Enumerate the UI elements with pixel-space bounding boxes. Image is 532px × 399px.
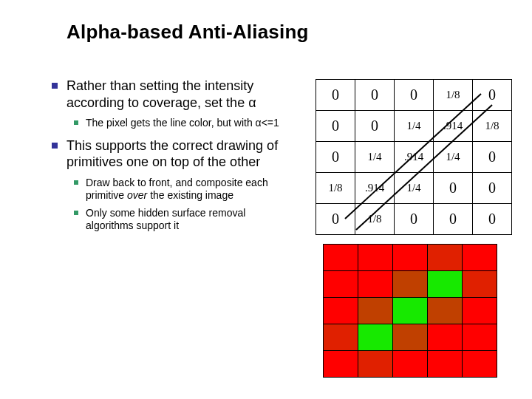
color-cell [393, 324, 428, 351]
grid-cell: 0 [316, 80, 355, 111]
grid-cell: 1/8 [355, 204, 395, 235]
grid-cell: 0 [473, 80, 512, 111]
color-cell [358, 351, 393, 378]
bullet-2-sub-1: Draw back to front, and composite each p… [74, 177, 292, 202]
color-cell [428, 351, 463, 378]
table-row: 0 1/4 .914 1/4 0 [316, 142, 512, 173]
color-cell [393, 271, 428, 298]
bullet-1-sub-1-text: The pixel gets the line color, but with … [86, 117, 292, 130]
bullet-1-sub-1: The pixel gets the line color, but with … [74, 117, 292, 130]
grid-cell: 0 [473, 173, 512, 204]
grid-cell: 0 [434, 173, 473, 204]
grid-cell: 1/4 [434, 142, 473, 173]
bullet-2-sub: Draw back to front, and composite each p… [74, 177, 292, 233]
color-cell [428, 298, 463, 324]
bullet-1: Rather than setting the intensity accord… [52, 78, 292, 111]
text-c: the existing image [147, 189, 233, 201]
grid-cell: 0 [316, 111, 355, 142]
square-bullet-icon [52, 137, 66, 171]
table-row [324, 245, 497, 271]
square-bullet-icon [52, 78, 66, 111]
grid-cell: 0 [473, 204, 512, 235]
table-row [324, 324, 497, 351]
grid-cell: .914 [395, 142, 434, 173]
square-bullet-icon [74, 117, 86, 130]
color-cell [463, 351, 497, 378]
grid-cell: 0 [434, 204, 473, 235]
color-cell [324, 324, 358, 351]
slide-title: Alpha-based Anti-Aliasing [66, 21, 309, 44]
grid-cell: 1/8 [434, 80, 473, 111]
table-row: 0 0 1/4 .914 1/8 [316, 111, 512, 142]
color-cell [463, 324, 497, 351]
color-cell [463, 298, 497, 324]
grid-cell: 1/4 [355, 142, 395, 173]
grid-cell: 0 [355, 111, 395, 142]
bullet-1-text: Rather than setting the intensity accord… [66, 78, 292, 111]
color-cell [324, 271, 358, 298]
color-cell [324, 298, 358, 324]
grid-cell: 0 [473, 142, 512, 173]
color-cell [358, 324, 393, 351]
grid-cell: 1/8 [316, 173, 355, 204]
table-row [324, 351, 497, 378]
color-cell [358, 298, 393, 324]
color-cell [428, 245, 463, 271]
grid-cell: 1/4 [395, 111, 434, 142]
slide-body: Rather than setting the intensity accord… [52, 78, 292, 240]
grid-cell: .914 [355, 173, 395, 204]
grid-cell: 1/8 [473, 111, 512, 142]
color-cell [393, 298, 428, 324]
square-bullet-icon [74, 177, 86, 202]
color-cell [358, 271, 393, 298]
grid-cell: 1/4 [395, 173, 434, 204]
bullet-1-sub: The pixel gets the line color, but with … [74, 117, 292, 130]
table-row: 0 1/8 0 0 0 [316, 204, 512, 235]
color-cell [428, 324, 463, 351]
square-bullet-icon [74, 207, 86, 233]
grid-cell: .914 [434, 111, 473, 142]
color-cell [358, 245, 393, 271]
color-cell [393, 351, 428, 378]
color-cell [324, 351, 358, 378]
grid-cell: 0 [355, 80, 395, 111]
alpha-value-grid: 0 0 0 1/8 0 0 0 1/4 .914 1/8 0 1/4 .914 … [316, 79, 512, 235]
table-row [324, 271, 497, 298]
table-row: 0 0 0 1/8 0 [316, 80, 512, 111]
color-cell [463, 245, 497, 271]
color-cell [324, 245, 358, 271]
bullet-2: This supports the correct drawing of pri… [52, 137, 292, 171]
table-row: 1/8 .914 1/4 0 0 [316, 173, 512, 204]
grid-cell: 0 [395, 80, 434, 111]
grid-cell: 0 [316, 142, 355, 173]
color-cell [463, 271, 497, 298]
bullet-2-sub-2: Only some hidden surface removal algorit… [74, 207, 292, 233]
table-row [324, 298, 497, 324]
bullet-2-text: This supports the correct drawing of pri… [66, 137, 292, 171]
bullet-2-sub-1-text: Draw back to front, and composite each p… [86, 177, 292, 202]
slide: Alpha-based Anti-Aliasing Rather than se… [0, 0, 532, 399]
color-cell [428, 271, 463, 298]
bullet-2-sub-2-text: Only some hidden surface removal algorit… [86, 207, 292, 233]
grid-cell: 0 [395, 204, 434, 235]
color-cell [393, 245, 428, 271]
color-result-grid [323, 244, 497, 378]
grid-cell: 0 [316, 204, 355, 235]
text-b: over [127, 189, 147, 201]
